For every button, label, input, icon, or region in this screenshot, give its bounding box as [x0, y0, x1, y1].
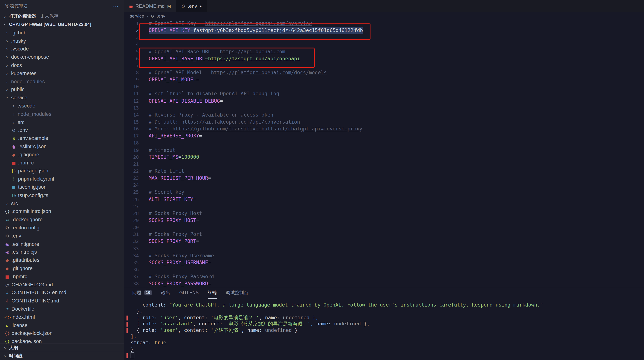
- tree-file-CONTRIBUTING.en.md[interactable]: ↓CONTRIBUTING.en.md: [0, 289, 124, 297]
- tab-README.md[interactable]: ◉README.mdM: [124, 0, 176, 12]
- code-token: =: [196, 239, 199, 244]
- tree-file-CHANGELOG.md[interactable]: ◔CHANGELOG.md: [0, 281, 124, 289]
- code-line: 34# Socks Proxy Username: [124, 252, 644, 259]
- ansi-red-mark: [126, 316, 128, 321]
- terminal-output[interactable]: content: "You are ChatGPT, a large langu…: [124, 298, 644, 360]
- tree-file-tsup.config.ts[interactable]: TStsup.config.ts: [0, 191, 124, 199]
- tree-folder-docker-compose[interactable]: ›docker-compose: [0, 53, 124, 61]
- tab-label: .env: [188, 3, 197, 9]
- line-number: 13: [124, 104, 139, 112]
- code-token: =: [196, 77, 199, 82]
- tree-item-label: public: [11, 87, 24, 92]
- tab-.env[interactable]: ⚙.env●: [176, 0, 207, 12]
- explorer-title: 资源管理器: [5, 3, 28, 9]
- breadcrumb-folder[interactable]: service: [130, 13, 144, 18]
- line-number: 8: [124, 69, 139, 76]
- panel-tab-输出[interactable]: 输出: [161, 287, 170, 299]
- code-line: 15# Default: https://ai.fakeopen.com/api…: [124, 119, 644, 126]
- tree-file-.gitignore[interactable]: ◆.gitignore: [0, 264, 124, 273]
- line-text: SOCKS_PROXY_HOST=: [149, 217, 199, 224]
- tree-file-package.json[interactable]: {}package.json: [0, 167, 124, 175]
- breadcrumb-file[interactable]: .env: [157, 13, 165, 18]
- tree-file-license[interactable]: ¤license: [0, 321, 124, 329]
- editor[interactable]: 1# OpenAI API Key - https://platform.ope…: [124, 19, 644, 287]
- tree-file-CONTRIBUTING.md[interactable]: ↓CONTRIBUTING.md: [0, 297, 124, 305]
- tree-folder-src[interactable]: ›src: [0, 118, 124, 126]
- tree-file-.dockerignore[interactable]: ≋.dockerignore: [0, 216, 124, 224]
- panel-tab-label: 问题: [132, 290, 141, 296]
- tree-folder-.vscode[interactable]: ›.vscode: [0, 45, 124, 53]
- open-editors-header[interactable]: › 打开的编辑器 1 未保存: [0, 12, 124, 20]
- braces-yellow-file-icon: {}: [4, 339, 10, 344]
- git-file-icon: ◆: [11, 152, 17, 157]
- tree-file-.eslintrc.cjs[interactable]: ◉.eslintrc.cjs: [0, 248, 124, 256]
- tree-file-.npmrc[interactable]: ■.npmrc: [0, 273, 124, 281]
- problems-count-badge: 16: [144, 290, 152, 296]
- bottom-panel: 问题16输出GITLENS终端调试控制台 content: "You are C…: [124, 287, 644, 360]
- dirty-dot-icon[interactable]: ●: [200, 4, 202, 8]
- panel-tab-GITLENS[interactable]: GITLENS: [179, 287, 198, 299]
- tree-folder-kubernetes[interactable]: ›kubernetes: [0, 69, 124, 77]
- more-actions-icon[interactable]: ⋯: [113, 3, 119, 9]
- outline-header[interactable]: › 大纲: [0, 344, 124, 352]
- code-line: 11# set `true` to disable OpenAI API deb…: [124, 90, 644, 97]
- tree-file-.eslintignore[interactable]: ◉.eslintignore: [0, 240, 124, 248]
- tree-file-Dockerfile[interactable]: ≋Dockerfile: [0, 305, 124, 313]
- tree-folder-docs[interactable]: ›docs: [0, 61, 124, 69]
- tree-folder-public[interactable]: ›public: [0, 86, 124, 94]
- tree-item-label: .gitattributes: [12, 257, 40, 263]
- code-line: 32SOCKS_PROXY_PORT=: [124, 238, 644, 245]
- workspace-header[interactable]: › CHATGPT-WEB [WSL: UBUNTU-22.04]: [0, 20, 124, 28]
- tree-file-.gitattributes[interactable]: ◆.gitattributes: [0, 256, 124, 264]
- terminal-line: content: "You are ChatGPT, a large langu…: [124, 302, 644, 308]
- tree-file-package-lock.json[interactable]: {}package-lock.json: [0, 329, 124, 338]
- terminal-token: { role:: [130, 327, 160, 333]
- panel-tab-调试控制台[interactable]: 调试控制台: [226, 287, 248, 299]
- tree-file-tsconfig.json[interactable]: ◼tsconfig.json: [0, 183, 124, 191]
- tree-file-.editorconfig[interactable]: ⚙.editorconfig: [0, 224, 124, 232]
- timeline-header[interactable]: › 时间线: [0, 352, 124, 360]
- panel-tab-问题[interactable]: 问题16: [132, 287, 152, 299]
- tree-item-label: .github: [11, 30, 26, 36]
- tree-folder-service[interactable]: ›service: [0, 94, 124, 102]
- terminal-token: },: [361, 321, 370, 327]
- tree-file-.commitlintrc.json[interactable]: {}.commitlintrc.json: [0, 207, 124, 216]
- tree-item-label: Dockerfile: [12, 306, 34, 312]
- tree-file-.env.example[interactable]: $.env.example: [0, 134, 124, 142]
- code-line: 19# timeout: [124, 147, 644, 154]
- tree-file-.env[interactable]: ⚙.env: [0, 232, 124, 240]
- line-text: OPENAI_API_DISABLE_DEBUG=: [149, 97, 223, 104]
- terminal-token: { role:: [130, 321, 160, 327]
- code-line: 17API_REVERSE_PROXY=: [124, 133, 644, 140]
- tree-file-pnpm-lock.yaml[interactable]: !pnpm-lock.yaml: [0, 175, 124, 183]
- html-file-icon: <>: [4, 315, 10, 320]
- tree-file-index.html[interactable]: <>index.html: [0, 313, 124, 321]
- line-number: 21: [124, 161, 139, 168]
- tree-folder-.github[interactable]: ›.github: [0, 29, 124, 37]
- panel-tab-终端[interactable]: 终端: [208, 287, 217, 299]
- tree-file-.eslintrc.json[interactable]: ◉.eslintrc.json: [0, 142, 124, 151]
- tree-file-.gitignore[interactable]: ◆.gitignore: [0, 151, 124, 159]
- code-token: # timeout: [149, 147, 175, 153]
- tree-folder-node_modules[interactable]: ›node_modules: [0, 77, 124, 86]
- code-line: 37# Socks Proxy Password: [124, 273, 644, 280]
- line-text: # OpenAI API Key - https://platform.open…: [149, 20, 312, 27]
- code-token: # OpenAI API Model -: [149, 70, 211, 75]
- code-token: OPENAI_API_BASE_URL: [149, 56, 205, 61]
- tree-file-.env[interactable]: ⚙.env: [0, 126, 124, 134]
- tree-item-label: .env.example: [18, 136, 48, 141]
- tree-folder-.husky[interactable]: ›.husky: [0, 37, 124, 45]
- tree-file-.npmrc[interactable]: ■.npmrc: [0, 159, 124, 167]
- tree-folder-.vscode[interactable]: ›.vscode: [0, 102, 124, 110]
- ts-square-file-icon: ◼: [11, 185, 17, 190]
- tree-folder-src[interactable]: ›src: [0, 199, 124, 207]
- line-text: AUTH_SECRET_KEY=: [149, 196, 196, 203]
- tree-file-package.json[interactable]: {}package.json: [0, 338, 124, 344]
- code-token: https://platform.openai.com/docs/models: [211, 70, 327, 75]
- chevron-right-icon: ›: [4, 38, 10, 43]
- code-token: =: [208, 260, 211, 266]
- breadcrumb[interactable]: service › ⚙ .env: [124, 12, 644, 20]
- line-text: # Reverse Proxy - Available on accessTok…: [149, 112, 273, 119]
- tree-folder-node_modules[interactable]: ›node_modules: [0, 110, 124, 118]
- terminal-token: , name:: [241, 327, 265, 333]
